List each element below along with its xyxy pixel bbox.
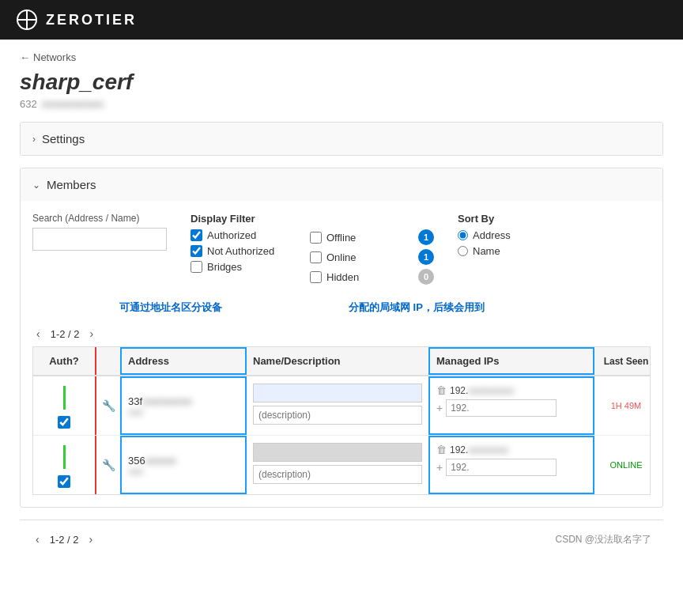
- row1-trash-icon[interactable]: 🗑: [436, 384, 447, 396]
- row1-ip-text: 192.●●●●●●●●: [450, 385, 514, 396]
- filter-offline-checkbox[interactable]: [310, 232, 322, 244]
- csdn-label: CSDN @没法取名字了: [555, 533, 651, 546]
- search-input[interactable]: [32, 228, 167, 251]
- filter-hidden-label: Hidden: [326, 271, 413, 283]
- sort-address-label: Address: [473, 229, 511, 241]
- filter-online-checkbox[interactable]: [310, 251, 322, 263]
- filter-not-authorized-checkbox[interactable]: [191, 245, 202, 257]
- members-label: Members: [47, 178, 96, 191]
- row2-name-input[interactable]: [253, 443, 422, 462]
- row1-add-icon[interactable]: +: [436, 402, 443, 414]
- sort-name-radio[interactable]: [458, 246, 468, 256]
- sort-name: Name: [458, 245, 511, 257]
- row1-description-input[interactable]: [253, 406, 422, 425]
- row2-name-cell: [247, 436, 428, 494]
- back-link[interactable]: ← Networks: [20, 51, 663, 63]
- members-content: Search (Address / Name) Display Filter A…: [21, 201, 662, 507]
- members-section-header[interactable]: ⌄ Members: [21, 168, 662, 201]
- annotation-left: 可通过地址名区分设备: [119, 300, 222, 315]
- col-managed-header: Managed IPs: [428, 347, 594, 375]
- filter-offline-label: Offline: [326, 232, 413, 244]
- filter-not-authorized-label: Not Authorized: [207, 245, 294, 257]
- row2-wrench-cell: 🔧: [96, 436, 120, 494]
- row1-name-input[interactable]: [253, 384, 422, 402]
- row2-auth-bar: [63, 445, 66, 469]
- filter-bridges-checkbox[interactable]: [191, 261, 202, 273]
- pagination-prev-btn[interactable]: ‹: [32, 326, 44, 342]
- row2-auth-cell: [33, 436, 96, 494]
- row2-address-cell: 356●●●●● s●●: [120, 436, 247, 494]
- row2-add-icon[interactable]: +: [436, 461, 443, 474]
- filter-offline: Offline 1: [310, 229, 434, 245]
- display-filter-group: Display Filter Authorized Not Authorized: [191, 213, 434, 289]
- row2-managed-ip-existing: 🗑 192.●●●●●●●: [436, 444, 587, 455]
- row1-managed-ip-new: +: [436, 399, 587, 417]
- sort-title: Sort By: [458, 213, 511, 225]
- filter-authorized-label: Authorized: [207, 229, 294, 241]
- row1-wrench-cell: 🔧: [96, 376, 120, 435]
- filter-offline-badge: 1: [418, 229, 434, 245]
- row1-address-sub: s●●: [128, 407, 239, 417]
- search-label: Search (Address / Name): [32, 213, 167, 224]
- filter-online: Online 1: [310, 249, 434, 265]
- row1-lastseen-cell: 1H 49M: [594, 376, 651, 435]
- row2-description-input[interactable]: [253, 465, 422, 484]
- filter-online-label: Online: [326, 251, 413, 263]
- network-id-blurred: ●●●●●●●●●●: [42, 98, 104, 110]
- settings-section-header[interactable]: › Settings: [21, 123, 662, 155]
- row2-trash-icon[interactable]: 🗑: [436, 444, 447, 455]
- col-wrench-header: [96, 347, 120, 375]
- app-header: ZEROTIER: [0, 0, 683, 40]
- col-lastseen-header: Last Seen: [594, 347, 651, 375]
- pagination-info: 1-2 / 2: [51, 328, 80, 340]
- row1-ip-input[interactable]: [446, 399, 557, 417]
- back-label: Networks: [33, 51, 76, 63]
- auth-header-label: Auth?: [49, 355, 79, 367]
- filter-authorized-checkbox[interactable]: [191, 229, 202, 241]
- network-name: sharp_cerf: [20, 70, 663, 95]
- table-row: 🔧 356●●●●● s●● 🗑 192.●●●●●●●: [33, 436, 650, 494]
- filter-hidden: Hidden 0: [310, 269, 434, 285]
- row2-address-sub: s●●: [128, 467, 239, 476]
- row2-managed-cell: 🗑 192.●●●●●●● +: [428, 436, 594, 494]
- annotation-right: 分配的局域网 IP，后续会用到: [349, 300, 485, 315]
- pagination-next-btn[interactable]: ›: [86, 326, 98, 342]
- filter-bridges-label: Bridges: [207, 261, 294, 273]
- row2-ip-input[interactable]: [446, 459, 557, 476]
- bottom-pagination-prev[interactable]: ‹: [32, 531, 43, 547]
- row2-lastseen-text: ONLINE: [610, 460, 643, 470]
- row1-address-cell: 33f●●●●●●●● s●●: [120, 376, 247, 435]
- bottom-pagination: ‹ 1-2 / 2 ›: [32, 527, 96, 552]
- row1-wrench-icon[interactable]: 🔧: [102, 399, 115, 412]
- bottom-pagination-next[interactable]: ›: [85, 531, 97, 547]
- main-content: ← Networks sharp_cerf 632 ●●●●●●●●●● › S…: [0, 40, 683, 570]
- table-row: 🔧 33f●●●●●●●● s●● 🗑 192.●●●●●●●●: [33, 376, 650, 436]
- row2-ip-text: 192.●●●●●●●: [450, 444, 508, 455]
- filters-row: Search (Address / Name) Display Filter A…: [32, 213, 651, 289]
- top-pagination: ‹ 1-2 / 2 ›: [32, 321, 651, 346]
- sort-address-radio[interactable]: [458, 230, 468, 240]
- row2-wrench-icon[interactable]: 🔧: [102, 459, 115, 471]
- filter-authorized: Authorized: [191, 229, 294, 241]
- network-id-prefix: 632: [20, 98, 37, 110]
- filter-hidden-checkbox[interactable]: [310, 271, 322, 283]
- members-table: Auth? Address Name/Description Managed I…: [32, 346, 651, 495]
- row1-auth-checkbox[interactable]: [58, 416, 70, 429]
- row2-managed-ip-new: +: [436, 459, 587, 476]
- members-section: ⌄ Members Search (Address / Name) Displa…: [20, 168, 663, 508]
- app-title: ZEROTIER: [46, 12, 137, 28]
- filter-not-authorized: Not Authorized: [191, 245, 294, 257]
- row2-lastseen-cell: ONLINE: [594, 436, 651, 494]
- display-filter-title: Display Filter: [191, 213, 434, 225]
- bottom-row: ‹ 1-2 / 2 › CSDN @没法取名字了: [20, 520, 663, 558]
- settings-chevron: ›: [32, 134, 36, 145]
- filter-online-badge: 1: [418, 249, 434, 265]
- row1-name-cell: [247, 376, 428, 435]
- filter-bridges: Bridges: [191, 261, 294, 273]
- row2-auth-checkbox[interactable]: [58, 475, 70, 488]
- table-header: Auth? Address Name/Description Managed I…: [33, 347, 650, 376]
- row1-auth-bar: [63, 386, 66, 410]
- col-name-header: Name/Description: [247, 347, 428, 375]
- logo: ZEROTIER: [16, 9, 137, 31]
- col-address-header: Address: [120, 347, 247, 375]
